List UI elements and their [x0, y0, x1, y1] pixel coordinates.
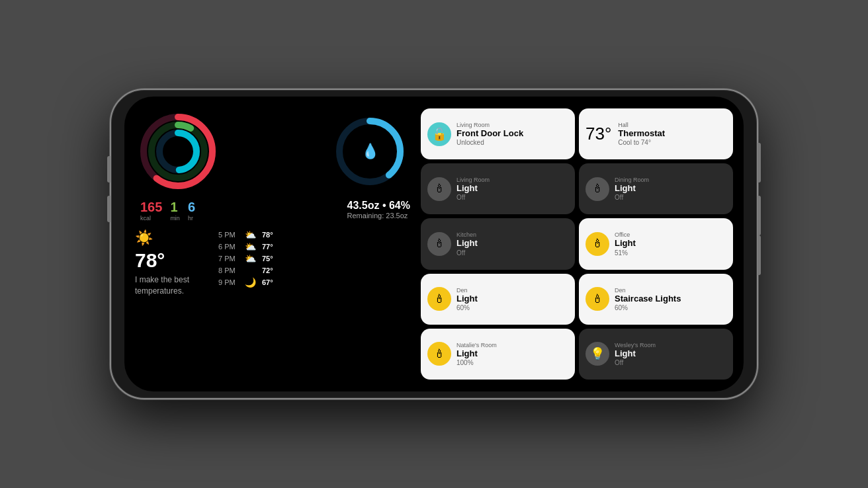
- home-tile-front-door[interactable]: 🔓 Living Room Front Door Lock Unlocked: [421, 108, 575, 159]
- thermostat-temp: 73°: [586, 124, 611, 144]
- kitchen-light-room: Kitchen: [456, 231, 478, 238]
- weather-quote: I make the best temperatures.: [135, 274, 208, 297]
- weather-current: ☀️ 78° I make the best temperatures.: [135, 229, 208, 297]
- dining-room-light-room: Dining Room: [615, 177, 649, 183]
- office-light-status: 51%: [615, 249, 636, 257]
- widgets-row: 💧: [135, 108, 413, 194]
- forecast-row: 7 PM ⛅ 75°: [218, 253, 273, 264]
- hr-stat: 6 hr: [188, 200, 195, 222]
- min-stat: 1 min: [170, 200, 180, 222]
- kitchen-light-name: Light: [456, 239, 478, 248]
- wesleys-room-light-icon-wrap: 💡: [586, 342, 609, 366]
- phone-frame: 💧 165 kcal 1 min 6 hr: [110, 89, 758, 399]
- forecast-icon: 🌙: [243, 277, 257, 288]
- forecast-time: 7 PM: [218, 255, 238, 263]
- kitchen-light-text: Kitchen Light Off: [456, 231, 478, 256]
- forecast-time: 8 PM: [218, 266, 238, 274]
- wesleys-room-light-name: Light: [615, 349, 656, 358]
- kcal-label: kcal: [140, 215, 151, 222]
- front-door-status: Unlocked: [456, 139, 523, 146]
- natalies-room-light-icon-wrap: 🕯: [427, 342, 451, 366]
- forecast-row: 9 PM 🌙 67°: [218, 277, 273, 288]
- min-value: 1: [170, 200, 177, 215]
- office-light-room: Office: [615, 231, 636, 238]
- den-light-icon: 🕯: [433, 292, 445, 306]
- den-light-icon-wrap: 🕯: [427, 287, 451, 311]
- kitchen-light-icon: 🕯: [433, 237, 445, 251]
- office-light-icon: 🕯: [591, 237, 603, 251]
- living-room-light-status: Off: [456, 194, 490, 201]
- home-tile-office-light[interactable]: 🕯 Office Light 51%: [579, 218, 733, 269]
- forecast-row: 6 PM ⛅ 77°: [218, 241, 273, 252]
- home-tile-den-staircase[interactable]: 🕯 Den Staircase Lights 60%: [579, 274, 733, 325]
- weather-forecast: 5 PM ⛅ 78° 6 PM ⛅ 77° 7 PM ⛅ 75° 8 PM 🌧 …: [218, 229, 273, 297]
- natalies-room-light-room: Natalie's Room: [456, 342, 497, 348]
- forecast-temp: 77°: [262, 243, 273, 251]
- water-widget[interactable]: 💧: [327, 108, 413, 194]
- den-light-name: Light: [456, 294, 478, 304]
- home-tile-den-light[interactable]: 🕯 Den Light 60%: [421, 274, 575, 325]
- natalies-room-light-icon: 🕯: [433, 347, 445, 361]
- weather-widget: ☀️ 78° I make the best temperatures. 5 P…: [135, 229, 413, 297]
- front-door-icon: 🔓: [432, 127, 447, 142]
- home-tile-dining-room-light[interactable]: 🕯 Dining Room Light Off: [579, 163, 733, 214]
- forecast-temp: 75°: [262, 255, 273, 263]
- wesleys-room-light-room: Wesley's Room: [615, 342, 656, 348]
- water-stats: 43.5oz • 64% Remaining: 23.5oz: [345, 200, 410, 220]
- activity-stats: 165 kcal 1 min 6 hr: [138, 200, 195, 222]
- home-tile-living-room-light[interactable]: 🕯 Living Room Light Off: [421, 163, 575, 214]
- office-light-name: Light: [615, 239, 636, 248]
- dining-room-light-name: Light: [615, 184, 649, 193]
- home-tile-kitchen-light[interactable]: 🕯 Kitchen Light Off: [421, 218, 575, 269]
- dining-room-light-text: Dining Room Light Off: [615, 177, 649, 201]
- forecast-icon: ⛅: [243, 241, 257, 252]
- office-light-text: Office Light 51%: [615, 231, 636, 256]
- dining-room-light-icon: 🕯: [591, 182, 603, 196]
- forecast-icon: 🌧: [243, 265, 257, 276]
- front-door-name: Front Door Lock: [456, 129, 523, 138]
- screen: 💧 165 kcal 1 min 6 hr: [124, 97, 744, 391]
- hr-value: 6: [188, 200, 195, 215]
- den-light-room: Den: [456, 287, 478, 294]
- kitchen-light-icon-wrap: 🕯: [427, 232, 451, 256]
- forecast-row: 8 PM 🌧 72°: [218, 265, 273, 276]
- svg-point-6: [173, 146, 183, 157]
- min-label: min: [170, 215, 180, 222]
- home-tile-hall-thermostat[interactable]: 73° Hall Thermostat Cool to 74°: [579, 108, 733, 159]
- forecast-row: 5 PM ⛅ 78°: [218, 229, 273, 240]
- living-room-light-text: Living Room Light Off: [456, 177, 490, 201]
- dining-room-light-status: Off: [615, 194, 649, 201]
- living-room-light-icon: 🕯: [433, 182, 445, 196]
- living-room-light-name: Light: [456, 184, 490, 193]
- den-staircase-text: Den Staircase Lights 60%: [615, 287, 681, 311]
- kcal-stat: 165 kcal: [140, 200, 162, 222]
- front-door-icon-wrap: 🔓: [427, 122, 451, 146]
- activity-widget[interactable]: [135, 108, 221, 194]
- natalies-room-light-text: Natalie's Room Light 100%: [456, 342, 497, 366]
- forecast-time: 5 PM: [218, 231, 238, 239]
- home-grid: 🔓 Living Room Front Door Lock Unlocked 7…: [421, 108, 733, 380]
- forecast-time: 9 PM: [218, 278, 238, 286]
- forecast-temp: 72°: [262, 266, 273, 274]
- water-remaining: Remaining: 23.5oz: [347, 212, 410, 220]
- den-light-status: 60%: [456, 304, 478, 311]
- hall-thermostat-status: Cool to 74°: [618, 139, 665, 146]
- home-tile-wesleys-room-light[interactable]: 💡 Wesley's Room Light Off: [579, 329, 733, 380]
- den-staircase-room: Den: [615, 287, 681, 294]
- water-main: 43.5oz • 64%: [347, 200, 410, 212]
- office-light-icon-wrap: 🕯: [586, 232, 609, 256]
- forecast-time: 6 PM: [218, 243, 238, 251]
- den-staircase-icon: 🕯: [591, 292, 603, 306]
- forecast-temp: 78°: [262, 231, 273, 239]
- natalies-room-light-name: Light: [456, 349, 497, 358]
- living-room-light-icon-wrap: 🕯: [427, 177, 451, 201]
- kcal-value: 165: [140, 200, 162, 215]
- left-panel: 💧 165 kcal 1 min 6 hr: [135, 108, 413, 380]
- natalies-room-light-status: 100%: [456, 359, 497, 366]
- home-tile-natalies-room-light[interactable]: 🕯 Natalie's Room Light 100%: [421, 329, 575, 380]
- hr-label: hr: [188, 215, 193, 222]
- weather-icon: ☀️: [135, 229, 208, 247]
- living-room-light-room: Living Room: [456, 177, 490, 183]
- den-staircase-icon-wrap: 🕯: [586, 287, 609, 311]
- water-drop-icon: 💧: [361, 143, 379, 160]
